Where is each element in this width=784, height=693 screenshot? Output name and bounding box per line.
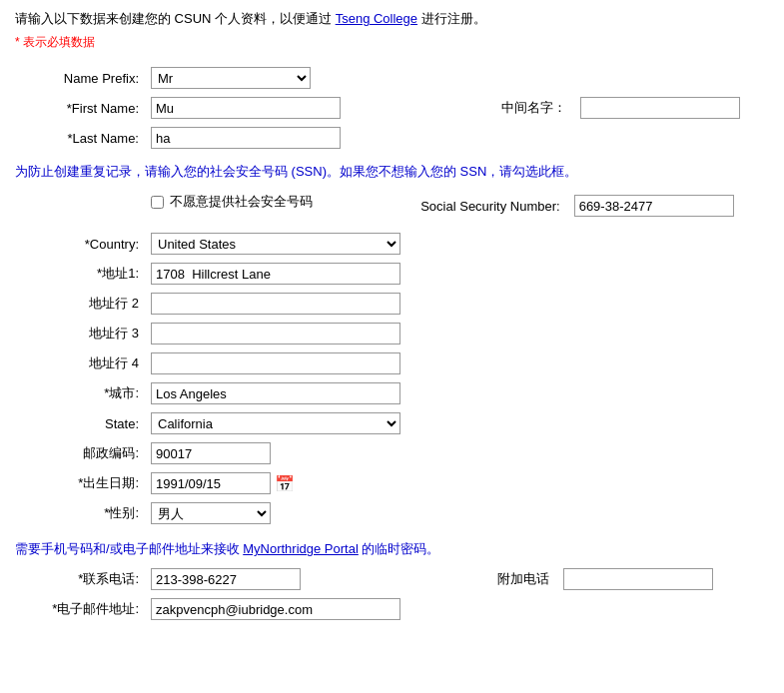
calendar-icon[interactable]: 📅	[275, 474, 295, 493]
address1-input[interactable]	[151, 263, 400, 285]
city-input[interactable]	[151, 382, 400, 404]
ssn-field-cell	[568, 189, 769, 223]
ssn-checkbox[interactable]	[151, 196, 164, 209]
first-name-label: *First Name:	[15, 93, 145, 123]
ssn-input[interactable]	[574, 195, 734, 217]
name-prefix-row: Name Prefix: Mr Mrs Ms Dr Prof	[15, 63, 769, 93]
dob-row: *出生日期: 📅	[15, 468, 769, 498]
address1-row: *地址1:	[15, 259, 769, 289]
address4-input[interactable]	[151, 352, 400, 374]
name-prefix-label: Name Prefix:	[15, 63, 145, 93]
state-row: State: California New York Texas Florida…	[15, 408, 769, 438]
zip-input[interactable]	[151, 442, 271, 464]
alt-phone-label: 附加电话	[358, 564, 557, 594]
middle-name-input[interactable]	[580, 97, 740, 119]
ssn-field-label: Social Security Number:	[349, 189, 568, 223]
middle-name-cell	[574, 93, 769, 123]
gender-row: *性别: 男人 女人	[15, 498, 769, 528]
address4-cell	[145, 348, 769, 378]
address4-label: 地址行 4	[15, 348, 145, 378]
address3-label: 地址行 3	[15, 319, 145, 348]
ssn-checkbox-label: 不愿意提供社会安全号码	[170, 193, 313, 211]
zip-cell	[145, 438, 769, 468]
country-select[interactable]: United States Canada Mexico Other	[151, 233, 400, 255]
last-name-row: *Last Name:	[15, 123, 769, 153]
dob-cell: 📅	[145, 468, 769, 498]
city-cell	[145, 378, 769, 408]
last-name-cell	[145, 123, 375, 153]
ssn-note: 为防止创建重复记录，请输入您的社会安全号码 (SSN)。如果您不想输入您的 SS…	[15, 163, 769, 181]
primary-phone-label: *联系电话:	[15, 564, 145, 594]
last-name-input[interactable]	[151, 127, 341, 149]
address3-cell	[145, 319, 769, 348]
gender-select[interactable]: 男人 女人	[151, 502, 271, 524]
last-name-label: *Last Name:	[15, 123, 145, 153]
email-input[interactable]	[151, 598, 400, 620]
address2-label: 地址行 2	[15, 289, 145, 319]
ssn-checkbox-cell: 不愿意提供社会安全号码	[145, 189, 349, 223]
address2-input[interactable]	[151, 293, 400, 315]
mynorthridge-link[interactable]: MyNorthridge Portal	[243, 541, 359, 556]
email-row: *电子邮件地址:	[15, 594, 769, 624]
first-name-row: *First Name: 中间名字：	[15, 93, 769, 123]
alt-phone-input[interactable]	[563, 568, 713, 590]
middle-name-label: 中间名字：	[375, 93, 574, 123]
tseng-link[interactable]: Tseng College	[336, 11, 417, 26]
primary-phone-input[interactable]	[151, 568, 301, 590]
email-cell	[145, 594, 769, 624]
intro-text: 请输入以下数据来创建您的 CSUN 个人资料，以便通过 Tseng Colleg…	[15, 10, 769, 28]
address2-cell	[145, 289, 769, 319]
city-row: *城市:	[15, 378, 769, 408]
zip-label: 邮政编码:	[15, 438, 145, 468]
contact-section: *联系电话: 附加电话 *电子邮件地址:	[15, 564, 769, 624]
dob-label: *出生日期:	[15, 468, 145, 498]
phone-row: *联系电话: 附加电话	[15, 564, 769, 594]
required-note: * 表示必填数据	[15, 34, 769, 51]
state-select[interactable]: California New York Texas Florida Other	[151, 412, 400, 434]
main-form: Name Prefix: Mr Mrs Ms Dr Prof *First Na…	[15, 63, 769, 153]
email-label: *电子邮件地址:	[15, 594, 145, 624]
zip-row: 邮政编码:	[15, 438, 769, 468]
state-label: State:	[15, 408, 145, 438]
ssn-row: 不愿意提供社会安全号码 Social Security Number:	[15, 189, 769, 223]
phone-note-prefix: 需要手机号码和/或电子邮件地址来接收	[15, 541, 243, 556]
address2-row: 地址行 2	[15, 289, 769, 319]
country-cell: United States Canada Mexico Other	[145, 229, 742, 259]
country-label: *Country:	[15, 229, 145, 259]
dob-input[interactable]	[151, 472, 271, 494]
phone-note-suffix: 的临时密码。	[359, 541, 440, 556]
alt-phone-cell	[557, 564, 770, 594]
address-section: *Country: United States Canada Mexico Ot…	[15, 229, 769, 528]
phone-note: 需要手机号码和/或电子邮件地址来接收 MyNorthridge Portal 的…	[15, 540, 769, 558]
city-label: *城市:	[15, 378, 145, 408]
address1-label: *地址1:	[15, 259, 145, 289]
name-prefix-cell: Mr Mrs Ms Dr Prof	[145, 63, 375, 93]
gender-label: *性别:	[15, 498, 145, 528]
name-prefix-select[interactable]: Mr Mrs Ms Dr Prof	[151, 67, 311, 89]
primary-phone-cell	[145, 564, 358, 594]
first-name-cell	[145, 93, 375, 123]
first-name-input[interactable]	[151, 97, 341, 119]
address1-cell	[145, 259, 769, 289]
ssn-section: 不愿意提供社会安全号码 Social Security Number:	[15, 189, 769, 223]
address4-row: 地址行 4	[15, 348, 769, 378]
address3-input[interactable]	[151, 323, 400, 345]
address3-row: 地址行 3	[15, 319, 769, 348]
country-row: *Country: United States Canada Mexico Ot…	[15, 229, 769, 259]
state-cell: California New York Texas Florida Other	[145, 408, 769, 438]
gender-cell: 男人 女人	[145, 498, 769, 528]
